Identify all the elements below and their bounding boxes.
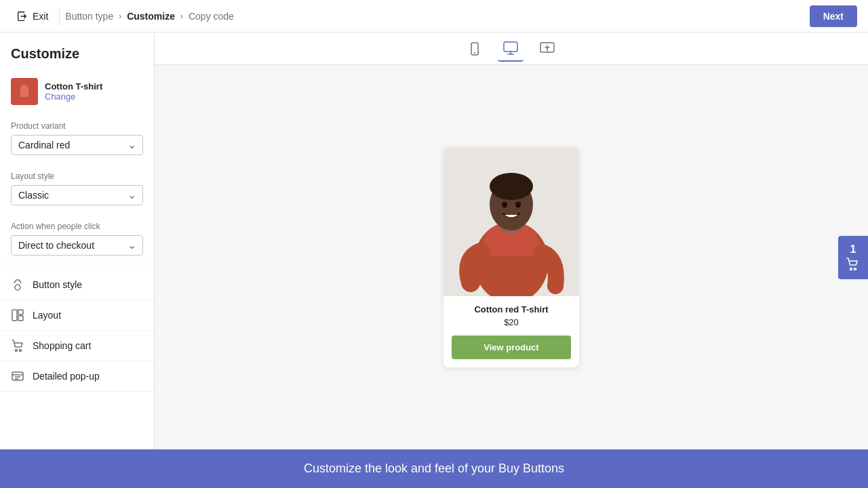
breadcrumb-sep-2: › (180, 12, 183, 21)
fullscreen-icon (540, 42, 555, 56)
sidebar-item-layout[interactable]: Layout (0, 300, 154, 331)
product-card-body: Cotton red T-shirt $20 View product (443, 296, 579, 367)
layout-style-select-wrap: Classic Modern Minimal (11, 185, 143, 205)
sidebar-title: Customize (11, 46, 143, 62)
sidebar: Customize Cotton T-shirt Change Product … (0, 33, 155, 449)
top-nav: Exit Button type › Customize › Copy code… (0, 0, 868, 33)
preview-toolbar (155, 33, 868, 65)
svg-point-23 (854, 268, 856, 270)
preview-canvas: Cotton red T-shirt $20 View product 1 (155, 65, 868, 449)
layout-icon (11, 308, 24, 322)
bottom-banner-text: Customize the look and feel of your Buy … (304, 462, 564, 475)
svg-point-22 (850, 268, 852, 270)
product-variant-label: Product variant (11, 121, 143, 131)
svg-rect-13 (504, 42, 517, 52)
layout-style-section: Layout style Classic Modern Minimal (0, 163, 154, 214)
action-select[interactable]: Direct to checkout Add to cart Product p… (11, 235, 143, 256)
main-layout: Customize Cotton T-shirt Change Product … (0, 33, 868, 449)
layout-style-label: Layout style (11, 171, 143, 181)
cart-icon (846, 257, 861, 272)
svg-point-12 (474, 52, 475, 54)
action-select-wrap: Direct to checkout Add to cart Product p… (11, 235, 143, 256)
sidebar-nav: Button style Layout Shopping cart (0, 264, 154, 392)
breadcrumb-customize: Customize (127, 11, 175, 22)
sidebar-item-shopping-cart[interactable]: Shopping cart (0, 331, 154, 361)
action-label: Action when people click (11, 222, 143, 231)
svg-rect-4 (18, 316, 23, 321)
sidebar-header: Customize (0, 33, 154, 73)
product-name: Cotton T-shirt (45, 81, 102, 92)
layout-style-select[interactable]: Classic Modern Minimal (11, 185, 143, 205)
breadcrumb-sep-1: › (119, 12, 121, 21)
sidebar-item-detailed-popup[interactable]: Detailed pop-up (0, 361, 154, 392)
svg-point-19 (490, 173, 533, 200)
sidebar-item-detailed-popup-label: Detailed pop-up (33, 371, 100, 382)
preview-area: Cotton red T-shirt $20 View product 1 (155, 33, 868, 449)
sidebar-item-button-style-label: Button style (33, 279, 82, 290)
svg-point-21 (515, 202, 521, 208)
svg-rect-3 (18, 310, 23, 314)
next-button[interactable]: Next (810, 5, 857, 27)
breadcrumb: Button type › Customize › Copy code (65, 11, 234, 22)
product-card-price: $20 (452, 317, 571, 327)
fullscreen-view-button[interactable] (534, 37, 560, 61)
desktop-icon (503, 41, 518, 55)
product-card-name: Cotton red T-shirt (452, 304, 571, 314)
product-card: Cotton red T-shirt $20 View product (443, 147, 579, 367)
nav-left: Exit Button type › Customize › Copy code (11, 7, 234, 25)
product-card-image (443, 147, 579, 296)
product-thumb-icon (15, 82, 34, 101)
action-section: Action when people click Direct to check… (0, 214, 154, 264)
svg-rect-2 (12, 310, 17, 321)
cart-badge[interactable]: 1 (838, 236, 868, 279)
exit-label: Exit (33, 11, 48, 22)
nav-divider (59, 8, 60, 24)
cart-count: 1 (850, 243, 856, 256)
mobile-view-button[interactable] (462, 37, 487, 61)
product-info: Cotton T-shirt Change (45, 81, 102, 102)
popup-icon (11, 369, 24, 383)
product-variant-select-wrap: Cardinal red Navy blue Forest green Midn… (11, 135, 143, 155)
exit-button[interactable]: Exit (11, 7, 54, 25)
sidebar-item-layout-label: Layout (33, 310, 61, 321)
svg-point-6 (20, 350, 22, 352)
product-row: Cotton T-shirt Change (0, 73, 154, 113)
svg-point-5 (16, 350, 18, 352)
mobile-icon (468, 42, 481, 56)
view-product-button[interactable]: View product (452, 336, 571, 359)
svg-point-20 (502, 202, 507, 208)
breadcrumb-button-type[interactable]: Button type (65, 11, 113, 22)
sidebar-item-shopping-cart-label: Shopping cart (33, 340, 91, 351)
shopping-cart-icon (11, 339, 24, 352)
product-thumbnail (11, 78, 38, 105)
product-change-link[interactable]: Change (45, 92, 102, 102)
product-variant-section: Product variant Cardinal red Navy blue F… (0, 113, 154, 163)
desktop-view-button[interactable] (498, 36, 524, 62)
button-style-icon (11, 278, 24, 291)
sidebar-item-button-style[interactable]: Button style (0, 270, 154, 300)
product-variant-select[interactable]: Cardinal red Navy blue Forest green Midn… (11, 135, 143, 155)
breadcrumb-copy-code: Copy code (189, 11, 234, 22)
bottom-banner: Customize the look and feel of your Buy … (0, 449, 868, 488)
exit-icon (16, 10, 28, 22)
product-image-svg (443, 147, 579, 296)
svg-point-1 (15, 285, 20, 290)
